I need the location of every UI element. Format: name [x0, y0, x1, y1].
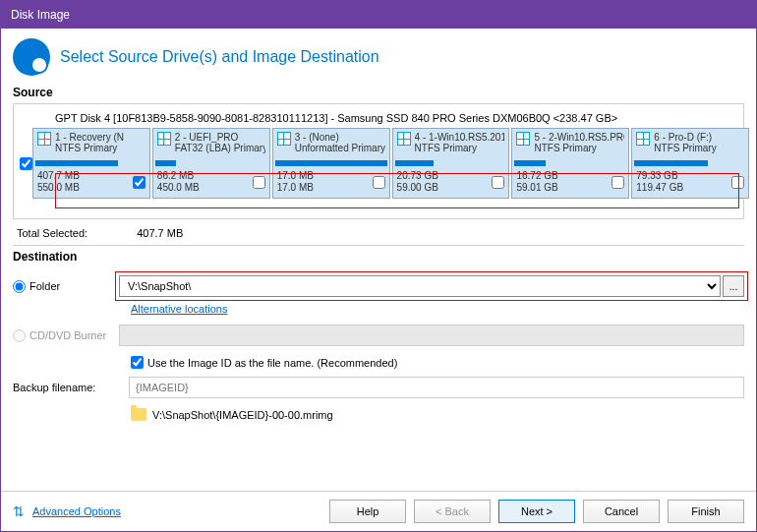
partition-sizes: 79.33 GB119.47 GB [636, 170, 683, 194]
partition-name: 6 - Pro-D (F:) [654, 132, 744, 143]
total-value: 407.7 MB [137, 227, 183, 239]
windows-icon [397, 132, 411, 146]
footer: ⇅ Advanced Options Help < Back Next > Ca… [1, 491, 756, 531]
partition-checkbox[interactable] [492, 176, 504, 189]
usage-bar [35, 160, 147, 166]
partition-fs: NTFS Primary [654, 143, 744, 153]
windows-icon [157, 132, 171, 146]
usage-bar [155, 160, 267, 166]
usage-bar [634, 160, 746, 166]
result-path: V:\SnapShot\{IMAGEID}-00-00.mrimg [152, 409, 333, 421]
imageid-check-row: Use the Image ID as the file name. (Reco… [13, 350, 744, 373]
advanced-options-link[interactable]: Advanced Options [32, 505, 121, 517]
usage-bar [395, 160, 507, 166]
partition-sizes: 86.2 MB450.0 MB [157, 170, 200, 194]
partition[interactable]: 5 - 2-Win10.RS5.PRO.WORKNTFS Primary16.7… [511, 128, 629, 199]
total-label: Total Selected: [17, 227, 87, 239]
cd-row: CD/DVD Burner [13, 321, 744, 350]
content: Select Source Drive(s) and Image Destina… [1, 29, 756, 531]
partition-fs: NTFS Primary [415, 143, 505, 153]
next-button[interactable]: Next > [498, 500, 575, 523]
partition-fs: NTFS Primary [534, 143, 624, 153]
partition-checkbox[interactable] [611, 176, 624, 189]
disk-icon [13, 38, 50, 76]
partition-checkbox[interactable] [253, 176, 265, 189]
partition-info: 2 - UEFI_PROFAT32 (LBA) Primary [175, 132, 265, 153]
filename-input [129, 377, 744, 398]
page-title: Select Source Drive(s) and Image Destina… [60, 48, 379, 66]
settings-icon: ⇅ [13, 503, 25, 519]
divider [13, 245, 744, 246]
dialog-window: Disk Image Select Source Drive(s) and Im… [0, 0, 757, 532]
filename-label: Backup filename: [13, 382, 121, 393]
result-path-row: V:\SnapShot\{IMAGEID}-00-00.mrimg [13, 402, 744, 421]
windows-icon [37, 132, 51, 146]
partition-sizes: 407.7 MB550.0 MB [37, 170, 80, 194]
disk-title: GPT Disk 4 [10F813B9-5858-9090-8081-8283… [20, 110, 737, 128]
partition-row: 1 - Recovery (NNTFS Primary407.7 MB550.0… [20, 128, 737, 199]
partition[interactable]: 1 - Recovery (NNTFS Primary407.7 MB550.0… [32, 128, 150, 199]
partition-info: 1 - Recovery (NNTFS Primary [55, 132, 146, 153]
cd-radio [13, 329, 26, 342]
browse-button[interactable]: ... [723, 275, 744, 297]
cd-label-text: CD/DVD Burner [29, 329, 106, 341]
partition[interactable]: 6 - Pro-D (F:)NTFS Primary79.33 GB119.47… [631, 128, 749, 199]
folder-icon [131, 408, 146, 421]
folder-radio-label[interactable]: Folder [13, 280, 111, 293]
cd-radio-label: CD/DVD Burner [13, 329, 111, 342]
partition-name: 5 - 2-Win10.RS5.PRO.WORK [534, 132, 624, 143]
finish-button[interactable]: Finish [668, 500, 744, 523]
source-panel: GPT Disk 4 [10F813B9-5858-9090-8081-8283… [13, 103, 744, 219]
folder-path-select[interactable]: V:\SnapShot\ [119, 275, 721, 297]
alternative-locations-link[interactable]: Alternative locations [131, 301, 227, 321]
select-all-checkbox[interactable] [20, 157, 32, 170]
folder-input-wrap: V:\SnapShot\ ... [119, 275, 744, 297]
windows-icon [516, 132, 530, 146]
folder-row: Folder V:\SnapShot\ ... [13, 271, 744, 301]
partition-info: 4 - 1-Win10.RS5.2019NTFS Primary [415, 132, 505, 153]
back-button: < Back [414, 500, 491, 523]
partition-name: 2 - UEFI_PRO [175, 132, 265, 143]
folder-radio[interactable] [13, 280, 26, 293]
partition-name: 1 - Recovery (N [55, 132, 146, 143]
windows-icon [277, 132, 291, 146]
partition-sizes: 16.72 GB59.01 GB [516, 170, 557, 194]
partition-checkbox[interactable] [731, 176, 744, 189]
cancel-button[interactable]: Cancel [583, 500, 660, 523]
partition-fs: Unformatted Primary [295, 143, 385, 153]
partition-name: 3 - (None) [295, 132, 385, 143]
partition-fs: NTFS Primary [55, 143, 146, 153]
partitions-container: 1 - Recovery (NNTFS Primary407.7 MB550.0… [32, 128, 749, 199]
filename-row: Backup filename: [13, 373, 744, 402]
folder-label-text: Folder [29, 280, 60, 292]
partition-fs: FAT32 (LBA) Primary [175, 143, 265, 153]
partition-sizes: 20.73 GB59.00 GB [397, 170, 438, 194]
use-imageid-label: Use the Image ID as the file name. (Reco… [147, 357, 397, 369]
titlebar[interactable]: Disk Image [1, 1, 756, 29]
partition-info: 5 - 2-Win10.RS5.PRO.WORKNTFS Primary [534, 132, 624, 153]
use-imageid-checkbox[interactable] [131, 356, 144, 369]
cd-burner-select [119, 325, 744, 346]
header: Select Source Drive(s) and Image Destina… [1, 29, 756, 84]
partition-sizes: 17.0 MB17.0 MB [277, 170, 314, 194]
partition-checkbox[interactable] [373, 176, 385, 189]
destination-label: Destination [1, 248, 756, 267]
windows-icon [636, 132, 650, 146]
total-row: Total Selected: 407.7 MB [1, 219, 756, 243]
help-button[interactable]: Help [329, 500, 406, 523]
partition-checkbox[interactable] [133, 176, 146, 189]
window-title: Disk Image [11, 8, 70, 22]
partition-info: 3 - (None)Unformatted Primary [295, 132, 385, 153]
usage-bar [514, 160, 626, 166]
partition-info: 6 - Pro-D (F:)NTFS Primary [654, 132, 744, 153]
partition[interactable]: 2 - UEFI_PROFAT32 (LBA) Primary86.2 MB45… [152, 128, 270, 199]
partition[interactable]: 4 - 1-Win10.RS5.2019NTFS Primary20.73 GB… [392, 128, 510, 199]
usage-bar [275, 160, 387, 166]
partition[interactable]: 3 - (None)Unformatted Primary17.0 MB17.0… [272, 128, 390, 199]
source-label: Source [1, 84, 756, 103]
master-checkbox-cell [20, 128, 32, 199]
destination-panel: Folder V:\SnapShot\ ... Alternative loca… [1, 267, 756, 421]
partition-name: 4 - 1-Win10.RS5.2019 [415, 132, 505, 143]
